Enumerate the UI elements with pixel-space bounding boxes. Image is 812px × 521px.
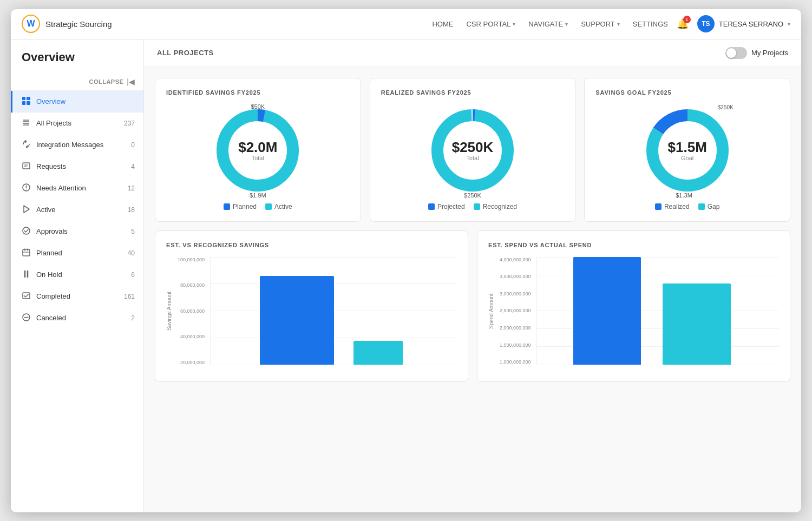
- toggle-track[interactable]: [725, 47, 747, 59]
- sidebar-item-all-projects[interactable]: All Projects 237: [11, 113, 143, 134]
- canceled-count: 2: [131, 314, 135, 322]
- nav-csr-portal[interactable]: CSR PORTAL ▾: [466, 20, 515, 28]
- user-dropdown-arrow: ▾: [788, 21, 790, 27]
- app-title: Strategic Sourcing: [45, 19, 112, 29]
- sidebar-item-planned[interactable]: Planned 40: [11, 242, 143, 264]
- svg-rect-16: [23, 249, 30, 256]
- sidebar-item-requests[interactable]: Requests 4: [11, 156, 143, 177]
- sidebar-item-on-hold[interactable]: On Hold 6: [11, 264, 143, 286]
- legend-dot-projected: [428, 203, 435, 210]
- needs-attention-icon: [21, 183, 31, 193]
- sidebar-nav: Overview All Projects 237: [11, 91, 143, 512]
- sidebar-item-needs-attention[interactable]: Needs Attention 12: [11, 177, 143, 199]
- legend-dot-realized-goal: [655, 203, 662, 210]
- svg-rect-1: [27, 97, 30, 100]
- legend-goal: Realized Gap: [655, 203, 719, 210]
- bar-recognized-savings: [353, 341, 403, 365]
- identified-savings-card: IDENTIFIED SAVINGS FY2025 $2.0M Total: [155, 78, 361, 222]
- content-area: ALL PROJECTS My Projects IDENTIFIED SAVI…: [144, 39, 801, 512]
- sidebar-item-overview[interactable]: Overview: [11, 91, 143, 113]
- y-axis-values-savings: 100,000,000 80,000,000 60,000,000 40,000…: [178, 257, 208, 365]
- nav-home[interactable]: HOME: [432, 20, 453, 28]
- realized-savings-card: REALIZED SAVINGS FY2025 $250K Total: [370, 78, 576, 222]
- y-tick-20m: 20,000,000: [180, 360, 205, 365]
- sidebar-item-integration[interactable]: Integration Messages 0: [11, 134, 143, 156]
- identified-value: $2.0M: [238, 139, 277, 155]
- svg-rect-3: [27, 101, 30, 105]
- needs-attention-label: Needs Attention: [36, 184, 122, 192]
- y-tick-3b: 3,000,000,000: [500, 291, 531, 296]
- legend-label-active: Active: [274, 203, 292, 210]
- nav-support[interactable]: SUPPORT ▾: [581, 20, 620, 28]
- toggle-thumb: [726, 48, 736, 58]
- canceled-label: Canceled: [36, 314, 126, 322]
- legend-dot-gap: [698, 203, 705, 210]
- notification-badge: 1: [683, 16, 691, 23]
- legend-realized-goal: Realized: [655, 203, 690, 210]
- sidebar-item-completed[interactable]: Completed 161: [11, 286, 143, 307]
- sidebar: Overview COLLAPSE |◀ Overview: [11, 39, 144, 512]
- content-header: ALL PROJECTS My Projects: [144, 39, 801, 67]
- user-menu-button[interactable]: TS TERESA SERRANO ▾: [697, 15, 790, 32]
- nav-navigate[interactable]: NAVIGATE ▾: [528, 20, 568, 28]
- completed-icon: [21, 292, 31, 301]
- support-dropdown-arrow: ▾: [617, 21, 620, 27]
- realized-savings-title: REALIZED SAVINGS FY2025: [381, 89, 565, 96]
- csr-portal-dropdown-arrow: ▾: [513, 21, 515, 27]
- grid-line-1: [211, 257, 457, 258]
- legend-projected: Projected: [428, 203, 465, 210]
- svg-rect-0: [22, 97, 25, 100]
- grid-line-2: [211, 283, 457, 284]
- sidebar-item-canceled[interactable]: Canceled 2: [11, 307, 143, 329]
- needs-attention-count: 12: [128, 184, 135, 192]
- y-axis-values-spend: 4,000,000,000 3,500,000,000 3,000,000,00…: [500, 257, 534, 365]
- annotation-bottom-goal: $1.3M: [676, 192, 692, 199]
- legend-label-projected: Projected: [437, 203, 465, 210]
- legend-label-planned: Planned: [233, 203, 257, 210]
- charts-row: EST. VS RECOGNIZED SAVINGS Savings Amoun…: [155, 230, 790, 382]
- goal-sub-label: Goal: [668, 155, 707, 161]
- on-hold-icon: [21, 270, 31, 280]
- canceled-icon: [21, 313, 31, 323]
- legend-identified: Planned Active: [224, 203, 292, 210]
- planned-icon: [21, 248, 31, 258]
- sidebar-item-approvals[interactable]: Approvals 5: [11, 221, 143, 242]
- nav-settings[interactable]: SETTINGS: [633, 20, 668, 28]
- legend-gap: Gap: [698, 203, 720, 210]
- annotation-bottom-realized: $250K: [464, 192, 481, 199]
- donut-wrap-realized: $250K Total $250K: [427, 104, 519, 196]
- sidebar-item-active[interactable]: Active 18: [11, 199, 143, 221]
- completed-label: Completed: [36, 292, 119, 300]
- svg-marker-14: [24, 206, 29, 213]
- all-projects-count: 237: [124, 120, 135, 127]
- y-tick-60m: 60,000,000: [180, 308, 205, 314]
- identified-sub-label: Total: [238, 155, 277, 161]
- spend-bar-area: [536, 257, 779, 365]
- savings-goal-title: SAVINGS GOAL FY2025: [595, 89, 779, 96]
- requests-label: Requests: [36, 162, 126, 170]
- realized-value: $250K: [452, 139, 494, 155]
- annotation-top-goal: $250K: [718, 104, 734, 110]
- collapse-button[interactable]: COLLAPSE |◀: [11, 73, 143, 91]
- identified-savings-donut: $2.0M Total $50K $1.9M Planned: [166, 104, 350, 210]
- y-tick-2b: 2,000,000,000: [500, 325, 531, 331]
- nav-links: HOME CSR PORTAL ▾ NAVIGATE ▾ SUPPORT ▾ S…: [432, 20, 667, 28]
- grid-line-4: [211, 338, 457, 338]
- y-tick-1-5b: 1,500,000,000: [500, 342, 531, 348]
- nav-right: 🔔 1 TS TERESA SERRANO ▾: [677, 15, 790, 32]
- integration-label: Integration Messages: [36, 141, 126, 149]
- y-tick-1b: 1,000,000,000: [500, 359, 531, 365]
- user-avatar: TS: [697, 15, 715, 32]
- on-hold-count: 6: [131, 271, 135, 279]
- main-area: Overview COLLAPSE |◀ Overview: [11, 39, 801, 512]
- notifications-button[interactable]: 🔔 1: [677, 18, 689, 30]
- donut-wrap-goal: $1.5M Goal $250K $1.3M: [641, 104, 734, 196]
- y-tick-80m: 80,000,000: [180, 282, 205, 288]
- all-projects-label: All Projects: [36, 119, 119, 127]
- donut-wrap-identified: $2.0M Total $50K $1.9M: [212, 104, 304, 196]
- logo-icon: W: [22, 15, 40, 33]
- bar-est-savings: [260, 276, 333, 364]
- my-projects-toggle[interactable]: My Projects: [725, 47, 788, 59]
- svg-point-15: [23, 227, 30, 234]
- approvals-count: 5: [131, 228, 135, 235]
